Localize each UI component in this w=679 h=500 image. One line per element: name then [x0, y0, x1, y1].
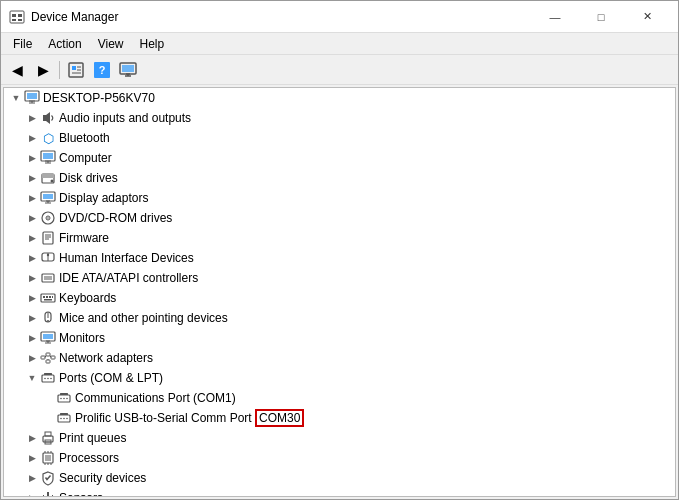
- keyboards-expand-icon: ▶: [24, 290, 40, 306]
- tree-item-display[interactable]: ▶ Display adaptors: [4, 188, 675, 208]
- menu-file[interactable]: File: [5, 33, 40, 55]
- tree-item-security[interactable]: ▶ Security devices: [4, 468, 675, 488]
- network-label: Network adapters: [59, 351, 153, 365]
- device-tree[interactable]: ▼ DESKTOP-P56KV70 ▶: [3, 87, 676, 497]
- tree-item-bluetooth[interactable]: ▶ ⬡ Bluetooth: [4, 128, 675, 148]
- tree-item-ports[interactable]: ▼ Ports (COM & LPT): [4, 368, 675, 388]
- svg-rect-52: [52, 296, 53, 298]
- minimize-button[interactable]: —: [532, 1, 578, 33]
- svg-rect-18: [27, 93, 37, 99]
- tree-item-monitors[interactable]: ▶ Monitors: [4, 328, 675, 348]
- tree-item-processors[interactable]: ▶ Processors: [4, 448, 675, 468]
- forward-button[interactable]: ▶: [31, 58, 55, 82]
- print-icon: [40, 430, 56, 446]
- print-expand-icon: ▶: [24, 430, 40, 446]
- monitor-button[interactable]: [116, 58, 140, 82]
- svg-rect-83: [60, 413, 68, 415]
- menu-action[interactable]: Action: [40, 33, 89, 55]
- comm1-expand-spacer: [40, 390, 56, 406]
- svg-line-99: [51, 495, 53, 497]
- firmware-expand-icon: ▶: [24, 230, 40, 246]
- menu-help[interactable]: Help: [132, 33, 173, 55]
- menu-view[interactable]: View: [90, 33, 132, 55]
- tree-item-print[interactable]: ▶ Print queues: [4, 428, 675, 448]
- tree-item-ide[interactable]: ▶ IDE ATA/ATAPI controllers: [4, 268, 675, 288]
- disk-label: Disk drives: [59, 171, 118, 185]
- tree-item-comm1[interactable]: Communications Port (COM1): [4, 388, 675, 408]
- svg-rect-4: [18, 19, 22, 21]
- ports-label: Ports (COM & LPT): [59, 371, 163, 385]
- svg-point-45: [47, 254, 49, 256]
- content-area: ▼ DESKTOP-P56KV70 ▶: [1, 85, 678, 499]
- svg-point-77: [66, 398, 68, 400]
- prolific-label: Prolific USB-to-Serial Comm Port COM30: [75, 411, 304, 425]
- monitors-expand-icon: ▶: [24, 330, 40, 346]
- ports-icon: [40, 370, 56, 386]
- audio-icon: [40, 110, 56, 126]
- svg-rect-63: [46, 353, 50, 356]
- svg-point-38: [47, 217, 49, 219]
- svg-rect-85: [45, 432, 51, 436]
- tree-item-firmware[interactable]: ▶ Firmware: [4, 228, 675, 248]
- processors-expand-icon: ▶: [24, 450, 40, 466]
- svg-rect-53: [44, 299, 52, 301]
- comm1-icon: [56, 390, 72, 406]
- svg-rect-24: [43, 153, 53, 159]
- title-bar: Device Manager — □ ✕: [1, 1, 678, 33]
- tree-item-audio[interactable]: ▶ Audio inputs and outputs: [4, 108, 675, 128]
- com30-highlight: COM30: [255, 409, 304, 427]
- svg-point-80: [60, 418, 62, 420]
- keyboard-icon: [40, 290, 56, 306]
- svg-rect-51: [49, 296, 51, 298]
- tree-item-disk[interactable]: ▶ Disk drives: [4, 168, 675, 188]
- computer-expand-icon: ▶: [24, 150, 40, 166]
- mice-label: Mice and other pointing devices: [59, 311, 228, 325]
- root-label: DESKTOP-P56KV70: [43, 91, 155, 105]
- bluetooth-icon: ⬡: [40, 130, 56, 146]
- svg-point-76: [63, 398, 65, 400]
- ide-label: IDE ATA/ATAPI controllers: [59, 271, 198, 285]
- menu-bar: File Action View Help: [1, 33, 678, 55]
- audio-expand-icon: ▶: [24, 110, 40, 126]
- help-toolbar-button[interactable]: ?: [90, 58, 114, 82]
- tree-item-mice[interactable]: ▶ Mice and other pointing devices: [4, 308, 675, 328]
- tree-item-hid[interactable]: ▶ Human Interface Devices: [4, 248, 675, 268]
- display-icon: [40, 190, 56, 206]
- prolific-icon: [56, 410, 72, 426]
- keyboards-label: Keyboards: [59, 291, 116, 305]
- svg-rect-29: [42, 174, 54, 178]
- svg-point-30: [51, 180, 54, 183]
- svg-rect-1: [12, 14, 16, 17]
- svg-rect-39: [43, 232, 53, 244]
- hid-expand-icon: ▶: [24, 250, 40, 266]
- dvd-icon: [40, 210, 56, 226]
- tree-root[interactable]: ▼ DESKTOP-P56KV70: [4, 88, 675, 108]
- device-manager-window: Device Manager — □ ✕ File Action View He…: [0, 0, 679, 500]
- tree-item-keyboards[interactable]: ▶ Keyboards: [4, 288, 675, 308]
- tree-item-network[interactable]: ▶ Network adapters: [4, 348, 675, 368]
- bluetooth-label: Bluetooth: [59, 131, 110, 145]
- svg-point-81: [63, 418, 65, 420]
- maximize-button[interactable]: □: [578, 1, 624, 33]
- device-manager-icon: [9, 9, 25, 25]
- close-button[interactable]: ✕: [624, 1, 670, 33]
- back-button[interactable]: ◀: [5, 58, 29, 82]
- sensors-icon: [40, 490, 56, 497]
- dvd-label: DVD/CD-ROM drives: [59, 211, 172, 225]
- tree-item-dvd[interactable]: ▶ DVD/CD-ROM drives: [4, 208, 675, 228]
- svg-rect-49: [43, 296, 45, 298]
- disk-expand-icon: ▶: [24, 170, 40, 186]
- network-icon: [40, 350, 56, 366]
- svg-marker-22: [43, 112, 50, 124]
- display-expand-icon: ▶: [24, 190, 40, 206]
- svg-rect-3: [12, 19, 16, 21]
- tree-item-prolific[interactable]: Prolific USB-to-Serial Comm Port COM30: [4, 408, 675, 428]
- svg-rect-58: [43, 334, 53, 339]
- sensors-label: Sensors: [59, 491, 103, 497]
- tree-item-sensors[interactable]: ▶ Sensors: [4, 488, 675, 497]
- monitors-label: Monitors: [59, 331, 105, 345]
- computer-label: Computer: [59, 151, 112, 165]
- svg-line-98: [43, 495, 45, 497]
- tree-item-computer[interactable]: ▶ Computer: [4, 148, 675, 168]
- properties-button[interactable]: [64, 58, 88, 82]
